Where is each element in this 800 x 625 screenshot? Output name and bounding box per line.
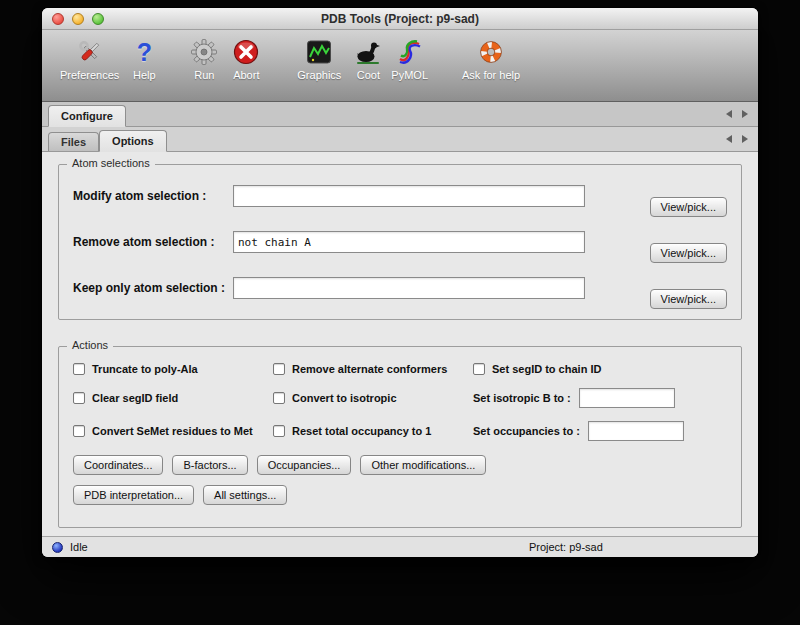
actions-buttons-row-2: PDB interpretation... All settings... xyxy=(73,485,727,505)
modify-viewpick-button[interactable]: View/pick... xyxy=(650,197,727,217)
actions-grid: Truncate to poly-Ala Remove alternate co… xyxy=(73,363,727,441)
checkbox-label: Convert SeMet residues to Met xyxy=(92,425,253,437)
atom-selections-group-title: Atom selections xyxy=(67,157,155,169)
checkbox-icon[interactable] xyxy=(473,363,485,375)
checkbox-convert-to-isotropic[interactable]: Convert to isotropic xyxy=(273,392,469,404)
checkbox-label: Remove alternate conformers xyxy=(292,363,447,375)
status-bar: Idle Project: p9-sad xyxy=(42,536,758,557)
set-isotropic-b-label: Set isotropic B to : xyxy=(473,392,571,404)
checkbox-icon[interactable] xyxy=(273,363,285,375)
toolbar-ask-for-help-label: Ask for help xyxy=(462,69,520,81)
lifebuoy-icon xyxy=(476,37,506,67)
toolbar-pymol-button[interactable]: PyMOL xyxy=(391,37,428,81)
toolbar-ask-for-help-button[interactable]: Ask for help xyxy=(462,37,520,81)
toolbar-coot-label: Coot xyxy=(357,69,380,81)
checkbox-reset-total-occupancy[interactable]: Reset total occupancy to 1 xyxy=(273,425,469,437)
toolbar-coot-button[interactable]: Coot xyxy=(353,37,383,81)
tab-files[interactable]: Files xyxy=(48,132,99,151)
checkbox-remove-alternate-conformers[interactable]: Remove alternate conformers xyxy=(273,363,469,375)
tab-configure[interactable]: Configure xyxy=(48,105,126,127)
set-isotropic-b-field: Set isotropic B to : xyxy=(473,388,727,408)
toolbar-graphics-label: Graphics xyxy=(297,69,341,81)
toolbar-run-label: Run xyxy=(194,69,214,81)
toolbar-pymol-label: PyMOL xyxy=(391,69,428,81)
remove-selection-label: Remove atom selection : xyxy=(73,235,233,249)
modify-selection-row: Modify atom selection : View/pick... xyxy=(73,181,727,211)
checkbox-convert-semet-to-met[interactable]: Convert SeMet residues to Met xyxy=(73,425,269,437)
inner-tab-strip: Files Options xyxy=(42,127,758,152)
checkbox-label: Clear segID field xyxy=(92,392,178,404)
set-occupancies-input[interactable] xyxy=(588,421,684,441)
options-panel: Atom selections Modify atom selection : … xyxy=(42,152,758,536)
checkbox-icon[interactable] xyxy=(73,392,85,404)
actions-group-title: Actions xyxy=(67,339,113,351)
toolbar: Preferences ? Help xyxy=(42,30,758,102)
keep-only-viewpick-button[interactable]: View/pick... xyxy=(650,289,727,309)
toolbar-preferences-button[interactable]: Preferences xyxy=(60,37,119,81)
checkbox-icon[interactable] xyxy=(273,392,285,404)
help-icon: ? xyxy=(129,37,159,67)
modify-selection-input[interactable] xyxy=(233,185,585,207)
tab-scroll-left-icon[interactable] xyxy=(726,110,732,118)
set-isotropic-b-input[interactable] xyxy=(579,388,675,408)
traffic-lights xyxy=(52,13,104,25)
keep-only-selection-label: Keep only atom selection : xyxy=(73,281,233,295)
checkbox-set-segid-to-chain-id[interactable]: Set segID to chain ID xyxy=(473,363,727,375)
atom-selections-group: Atom selections Modify atom selection : … xyxy=(58,164,742,320)
remove-selection-input[interactable] xyxy=(233,231,585,253)
keep-only-selection-input[interactable] xyxy=(233,277,585,299)
checkbox-truncate-poly-ala[interactable]: Truncate to poly-Ala xyxy=(73,363,269,375)
checkbox-label: Set segID to chain ID xyxy=(492,363,601,375)
toolbar-help-label: Help xyxy=(133,69,156,81)
graphics-icon xyxy=(304,37,334,67)
minimize-button[interactable] xyxy=(72,13,84,25)
toolbar-help-button[interactable]: ? Help xyxy=(129,37,159,81)
checkbox-label: Truncate to poly-Ala xyxy=(92,363,198,375)
checkbox-icon[interactable] xyxy=(73,425,85,437)
inner-tab-scroll-left-icon[interactable] xyxy=(726,135,732,143)
pymol-ribbon-icon xyxy=(395,37,425,67)
keep-only-selection-row: Keep only atom selection : View/pick... xyxy=(73,273,727,303)
checkbox-label: Convert to isotropic xyxy=(292,392,397,404)
outer-tab-arrows xyxy=(726,110,748,126)
toolbar-graphics-button[interactable]: Graphics xyxy=(297,37,341,81)
set-occupancies-label: Set occupancies to : xyxy=(473,425,580,437)
coot-bird-icon xyxy=(353,37,383,67)
actions-group: Actions Truncate to poly-Ala Remove alte… xyxy=(58,346,742,528)
remove-selection-row: Remove atom selection : View/pick... xyxy=(73,227,727,257)
b-factors-button[interactable]: B-factors... xyxy=(172,455,247,475)
status-text: Idle xyxy=(70,541,88,553)
actions-buttons-row-1: Coordinates... B-factors... Occupancies.… xyxy=(73,455,727,475)
occupancies-button[interactable]: Occupancies... xyxy=(257,455,352,475)
toolbar-abort-button[interactable]: Abort xyxy=(231,37,261,81)
toolbar-abort-label: Abort xyxy=(233,69,259,81)
toolbar-run-button[interactable]: Run xyxy=(189,37,219,81)
set-occupancies-field: Set occupancies to : xyxy=(473,421,727,441)
tab-options[interactable]: Options xyxy=(99,130,167,152)
checkbox-icon[interactable] xyxy=(73,363,85,375)
checkbox-label: Reset total occupancy to 1 xyxy=(292,425,431,437)
gear-icon xyxy=(189,37,219,67)
remove-viewpick-button[interactable]: View/pick... xyxy=(650,243,727,263)
modify-selection-label: Modify atom selection : xyxy=(73,189,233,203)
zoom-button[interactable] xyxy=(92,13,104,25)
inner-tab-scroll-right-icon[interactable] xyxy=(742,135,748,143)
app-window: PDB Tools (Project: p9-sad) Preferenc xyxy=(42,8,758,557)
all-settings-button[interactable]: All settings... xyxy=(203,485,287,505)
tab-scroll-right-icon[interactable] xyxy=(742,110,748,118)
inner-tab-arrows xyxy=(726,135,748,151)
project-label: Project: p9-sad xyxy=(529,541,603,553)
pdb-interpretation-button[interactable]: PDB interpretation... xyxy=(73,485,194,505)
other-modifications-button[interactable]: Other modifications... xyxy=(360,455,486,475)
abort-icon xyxy=(231,37,261,67)
outer-tab-strip: Configure xyxy=(42,102,758,127)
title-bar[interactable]: PDB Tools (Project: p9-sad) xyxy=(42,8,758,30)
coordinates-button[interactable]: Coordinates... xyxy=(73,455,163,475)
tools-icon xyxy=(75,37,105,67)
window-title: PDB Tools (Project: p9-sad) xyxy=(321,12,479,26)
checkbox-clear-segid-field[interactable]: Clear segID field xyxy=(73,392,269,404)
checkbox-icon[interactable] xyxy=(273,425,285,437)
status-led-icon xyxy=(52,542,63,553)
toolbar-preferences-label: Preferences xyxy=(60,69,119,81)
close-button[interactable] xyxy=(52,13,64,25)
